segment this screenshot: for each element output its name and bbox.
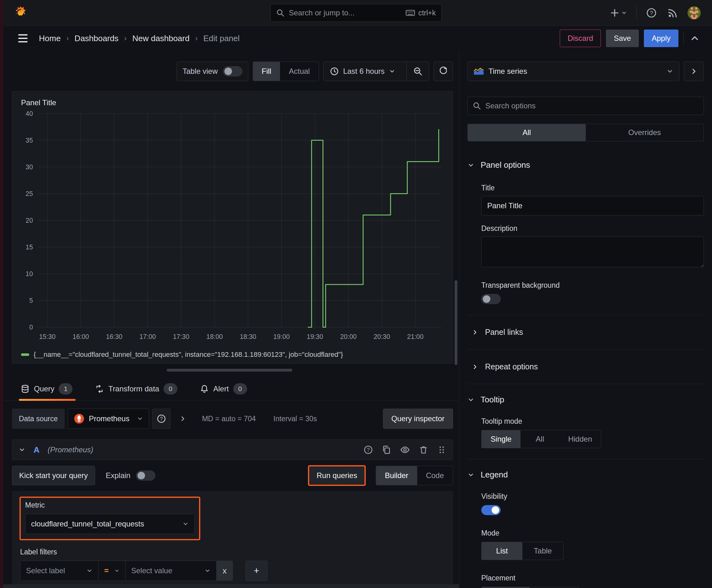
description-textarea[interactable] [481,236,704,267]
svg-text:19:00: 19:00 [273,333,289,340]
search-input[interactable] [289,8,401,17]
query-inspector-button[interactable]: Query inspector [383,408,453,429]
news-button[interactable] [666,6,679,19]
tooltip-single-option[interactable]: Single [481,430,520,448]
chart-legend[interactable]: {__name__="cloudflared_tunnel_total_requ… [19,346,447,363]
table-view-toggle[interactable] [223,66,242,76]
select-label-dropdown[interactable]: Select label [20,561,99,581]
breadcrumb-home[interactable]: Home [39,34,61,43]
datasource-label: Data source [12,408,65,429]
breadcrumb-dashboards[interactable]: Dashboards [74,34,118,43]
eye-icon[interactable] [400,445,410,455]
repeat-options-row[interactable]: Repeat options [472,360,704,373]
fill-option[interactable]: Fill [253,62,280,81]
tooltip-all-option[interactable]: All [520,430,559,448]
duplicate-icon[interactable] [382,445,391,455]
panel-title-input[interactable] [481,196,704,215]
time-range-button[interactable]: Last 6 hours [324,62,402,81]
chevron-down-icon [114,568,120,574]
datasource-select[interactable]: Prometheus [68,408,149,429]
apply-button[interactable]: Apply [644,29,678,47]
tooltip-header[interactable]: Tooltip [468,395,704,404]
query-help-icon[interactable]: ? [364,445,373,455]
legend-header[interactable]: Legend [468,470,704,480]
builder-option[interactable]: Builder [376,466,417,485]
svg-text:19:30: 19:30 [307,333,323,340]
tab-query[interactable]: Query 1 [19,383,75,400]
tooltip-hidden-option[interactable]: Hidden [559,430,601,448]
explain-label: Explain [106,471,131,480]
svg-text:40: 40 [26,110,33,117]
chart-area[interactable]: 051015202530354015:3016:0016:3017:0017:3… [19,108,447,346]
grafana-logo-icon[interactable] [13,6,28,20]
toggle-viz-picker-button[interactable] [684,62,704,81]
tab-all[interactable]: All [468,124,586,141]
select-value-dropdown[interactable]: Select value [126,561,217,581]
panel-links-row[interactable]: Panel links [472,326,704,339]
svg-text:10: 10 [26,270,33,277]
trash-icon[interactable] [419,445,428,455]
table-view-group: Table view [176,62,248,81]
explain-toggle[interactable] [136,470,155,481]
options-search-input[interactable] [486,102,698,110]
breadcrumb-new-dashboard[interactable]: New dashboard [132,34,190,43]
datasource-name: Prometheus [89,414,129,423]
svg-text:5: 5 [29,297,33,304]
help-button[interactable]: ? [645,6,658,19]
panel-toolbar: Table view Fill Actual Last 6 hours [0,62,453,81]
tooltip-mode-label: Tooltip mode [481,417,704,426]
operator-value: = [104,566,109,575]
kick-start-button[interactable]: Kick start your query [12,466,95,485]
operator-dropdown[interactable]: = [99,561,126,581]
add-new-button[interactable] [609,7,628,19]
panel-options-header[interactable]: Panel options [468,160,704,170]
zoom-out-icon [413,67,423,76]
legend-list-option[interactable]: List [481,542,522,560]
svg-text:?: ? [367,447,370,453]
refresh-button[interactable] [434,62,453,81]
time-range-label: Last 6 hours [343,67,385,76]
chart-svg: 051015202530354015:3016:0016:3017:0017:3… [19,108,447,346]
actions-divider [684,31,684,45]
chevron-down-icon[interactable] [19,446,25,453]
legend-visibility-toggle[interactable] [481,505,501,515]
tab-alert[interactable]: Alert 0 [198,383,250,400]
avatar[interactable] [688,6,701,19]
chevron-down-icon [389,68,395,75]
datasource-help-button[interactable]: ? [152,408,170,429]
drag-handle-icon[interactable] [437,445,447,455]
bottom-scroll-track[interactable] [3,584,459,588]
collapse-header-button[interactable] [689,33,701,44]
options-search[interactable] [468,97,704,115]
all-overrides-segment: All Overrides [468,124,704,141]
tab-overrides[interactable]: Overrides [586,124,704,141]
tab-transform[interactable]: Transform data 0 [93,383,180,400]
query-stats: MD = auto = 704 Interval = 30s [202,415,317,423]
menu-icon[interactable] [16,33,29,44]
expand-options-button[interactable] [178,414,188,423]
horizontal-resize-handle[interactable] [167,369,292,372]
legend-table-option[interactable]: Table [522,542,563,560]
remove-filter-button[interactable]: x [217,561,233,581]
discard-button[interactable]: Discard [560,29,601,47]
query-toolbar: Kick start your query Explain Run querie… [12,466,453,485]
global-search[interactable]: ctrl+k [270,4,442,22]
vertical-scrollbar[interactable] [455,280,457,365]
zoom-out-button[interactable] [407,62,429,81]
query-header[interactable]: A (Prometheus) ? [12,439,453,460]
tab-alert-label: Alert [213,384,229,393]
query-editor-card: A (Prometheus) ? [12,439,453,588]
metric-select[interactable]: cloudflared_tunnel_total_requests [25,514,195,534]
series-label[interactable]: {__name__="cloudflared_tunnel_total_requ… [34,351,343,359]
add-filter-button[interactable]: + [245,561,267,581]
interval-stat: Interval = 30s [274,415,317,423]
save-button[interactable]: Save [606,29,639,47]
code-option[interactable]: Code [417,466,453,485]
actual-option[interactable]: Actual [280,62,319,81]
search-icon [473,102,481,110]
run-queries-button[interactable]: Run queries [308,466,365,485]
section-divider [468,349,704,350]
visualization-select[interactable]: Time series [468,62,679,81]
transparent-bg-toggle[interactable] [481,294,501,304]
time-picker: Last 6 hours [323,62,429,81]
